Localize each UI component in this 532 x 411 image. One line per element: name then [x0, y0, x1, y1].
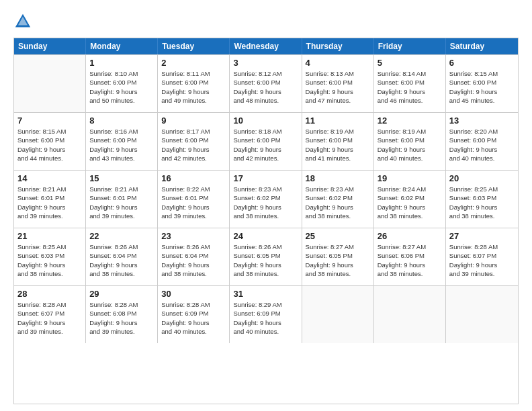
calendar-cell: 26Sunrise: 8:27 AM Sunset: 6:06 PM Dayli…	[374, 228, 446, 285]
day-number: 6	[449, 58, 515, 68]
day-info: Sunrise: 8:22 AM Sunset: 6:01 PM Dayligh…	[161, 185, 226, 220]
day-number: 18	[306, 173, 370, 183]
calendar-cell: 5Sunrise: 8:14 AM Sunset: 6:00 PM Daylig…	[374, 55, 446, 112]
calendar-cell: 21Sunrise: 8:25 AM Sunset: 6:03 PM Dayli…	[14, 228, 86, 285]
calendar-cell: 12Sunrise: 8:19 AM Sunset: 6:00 PM Dayli…	[374, 113, 446, 170]
day-number: 14	[17, 173, 82, 183]
header-day-wednesday: Wednesday	[230, 38, 302, 54]
calendar-cell: 23Sunrise: 8:26 AM Sunset: 6:04 PM Dayli…	[158, 228, 230, 285]
day-number: 13	[449, 116, 515, 126]
day-info: Sunrise: 8:27 AM Sunset: 6:05 PM Dayligh…	[306, 242, 370, 278]
day-info: Sunrise: 8:23 AM Sunset: 6:02 PM Dayligh…	[306, 185, 370, 220]
calendar-cell	[302, 286, 374, 343]
calendar: SundayMondayTuesdayWednesdayThursdayFrid…	[13, 38, 519, 404]
calendar-cell: 10Sunrise: 8:18 AM Sunset: 6:00 PM Dayli…	[230, 113, 302, 170]
day-info: Sunrise: 8:26 AM Sunset: 6:04 PM Dayligh…	[161, 242, 226, 278]
header-day-sunday: Sunday	[14, 38, 86, 54]
day-info: Sunrise: 8:21 AM Sunset: 6:01 PM Dayligh…	[89, 185, 154, 220]
calendar-cell: 24Sunrise: 8:26 AM Sunset: 6:05 PM Dayli…	[230, 228, 302, 285]
calendar-cell: 31Sunrise: 8:29 AM Sunset: 6:09 PM Dayli…	[230, 286, 302, 343]
day-info: Sunrise: 8:17 AM Sunset: 6:00 PM Dayligh…	[161, 127, 226, 163]
day-number: 16	[161, 173, 226, 183]
calendar-cell	[374, 286, 446, 343]
day-number: 19	[378, 173, 442, 183]
day-number: 23	[161, 231, 226, 241]
day-number: 11	[306, 116, 370, 126]
day-number: 31	[233, 289, 298, 299]
week-row-2: 7Sunrise: 8:15 AM Sunset: 6:00 PM Daylig…	[14, 112, 518, 170]
day-number: 20	[449, 173, 515, 183]
day-info: Sunrise: 8:10 AM Sunset: 6:00 PM Dayligh…	[89, 69, 154, 105]
day-info: Sunrise: 8:26 AM Sunset: 6:05 PM Dayligh…	[233, 242, 298, 278]
day-info: Sunrise: 8:15 AM Sunset: 6:00 PM Dayligh…	[449, 69, 515, 105]
day-info: Sunrise: 8:28 AM Sunset: 6:07 PM Dayligh…	[17, 300, 82, 336]
day-info: Sunrise: 8:26 AM Sunset: 6:04 PM Dayligh…	[89, 242, 154, 278]
calendar-cell: 3Sunrise: 8:12 AM Sunset: 6:00 PM Daylig…	[230, 55, 302, 112]
day-number: 4	[306, 58, 370, 68]
calendar-cell: 11Sunrise: 8:19 AM Sunset: 6:00 PM Dayli…	[302, 113, 374, 170]
header-day-saturday: Saturday	[446, 38, 518, 54]
calendar-body: 1Sunrise: 8:10 AM Sunset: 6:00 PM Daylig…	[14, 54, 518, 343]
calendar-cell: 15Sunrise: 8:21 AM Sunset: 6:01 PM Dayli…	[86, 171, 158, 228]
day-number: 5	[378, 58, 442, 68]
day-number: 7	[17, 116, 82, 126]
calendar-cell: 6Sunrise: 8:15 AM Sunset: 6:00 PM Daylig…	[446, 55, 518, 112]
logo-icon	[13, 12, 32, 31]
day-number: 17	[233, 173, 298, 183]
week-row-5: 28Sunrise: 8:28 AM Sunset: 6:07 PM Dayli…	[14, 285, 518, 343]
header-day-tuesday: Tuesday	[158, 38, 230, 54]
calendar-cell: 1Sunrise: 8:10 AM Sunset: 6:00 PM Daylig…	[86, 55, 158, 112]
day-number: 15	[89, 173, 154, 183]
day-info: Sunrise: 8:21 AM Sunset: 6:01 PM Dayligh…	[17, 185, 82, 220]
day-info: Sunrise: 8:23 AM Sunset: 6:02 PM Dayligh…	[233, 185, 298, 220]
calendar-cell: 19Sunrise: 8:24 AM Sunset: 6:02 PM Dayli…	[374, 171, 446, 228]
day-info: Sunrise: 8:27 AM Sunset: 6:06 PM Dayligh…	[378, 242, 442, 278]
day-number: 10	[233, 116, 298, 126]
day-number: 12	[378, 116, 442, 126]
day-info: Sunrise: 8:11 AM Sunset: 6:00 PM Dayligh…	[161, 69, 226, 105]
day-number: 8	[89, 116, 154, 126]
day-number: 30	[161, 289, 226, 299]
header-day-friday: Friday	[374, 38, 446, 54]
page: SundayMondayTuesdayWednesdayThursdayFrid…	[0, 0, 532, 411]
week-row-4: 21Sunrise: 8:25 AM Sunset: 6:03 PM Dayli…	[14, 228, 518, 285]
day-info: Sunrise: 8:24 AM Sunset: 6:02 PM Dayligh…	[378, 185, 442, 220]
day-info: Sunrise: 8:12 AM Sunset: 6:00 PM Dayligh…	[233, 69, 298, 105]
calendar-cell: 29Sunrise: 8:28 AM Sunset: 6:08 PM Dayli…	[86, 286, 158, 343]
calendar-cell: 22Sunrise: 8:26 AM Sunset: 6:04 PM Dayli…	[86, 228, 158, 285]
calendar-cell	[446, 286, 518, 343]
day-info: Sunrise: 8:19 AM Sunset: 6:00 PM Dayligh…	[306, 127, 370, 163]
header	[13, 12, 519, 31]
calendar-cell: 13Sunrise: 8:20 AM Sunset: 6:00 PM Dayli…	[446, 113, 518, 170]
calendar-cell: 9Sunrise: 8:17 AM Sunset: 6:00 PM Daylig…	[158, 113, 230, 170]
day-number: 27	[449, 231, 515, 241]
day-info: Sunrise: 8:16 AM Sunset: 6:00 PM Dayligh…	[89, 127, 154, 163]
calendar-cell: 2Sunrise: 8:11 AM Sunset: 6:00 PM Daylig…	[158, 55, 230, 112]
day-info: Sunrise: 8:13 AM Sunset: 6:00 PM Dayligh…	[306, 69, 370, 105]
calendar-cell: 14Sunrise: 8:21 AM Sunset: 6:01 PM Dayli…	[14, 171, 86, 228]
calendar-cell: 7Sunrise: 8:15 AM Sunset: 6:00 PM Daylig…	[14, 113, 86, 170]
header-day-monday: Monday	[86, 38, 158, 54]
day-info: Sunrise: 8:18 AM Sunset: 6:00 PM Dayligh…	[233, 127, 298, 163]
week-row-1: 1Sunrise: 8:10 AM Sunset: 6:00 PM Daylig…	[14, 54, 518, 112]
day-number: 2	[161, 58, 226, 68]
day-number: 26	[378, 231, 442, 241]
day-number: 29	[89, 289, 154, 299]
day-info: Sunrise: 8:15 AM Sunset: 6:00 PM Dayligh…	[17, 127, 82, 163]
day-info: Sunrise: 8:28 AM Sunset: 6:08 PM Dayligh…	[89, 300, 154, 336]
day-info: Sunrise: 8:25 AM Sunset: 6:03 PM Dayligh…	[17, 242, 82, 278]
calendar-cell: 28Sunrise: 8:28 AM Sunset: 6:07 PM Dayli…	[14, 286, 86, 343]
calendar-cell: 30Sunrise: 8:28 AM Sunset: 6:09 PM Dayli…	[158, 286, 230, 343]
day-number: 28	[17, 289, 82, 299]
day-info: Sunrise: 8:25 AM Sunset: 6:03 PM Dayligh…	[449, 185, 515, 220]
day-info: Sunrise: 8:20 AM Sunset: 6:00 PM Dayligh…	[449, 127, 515, 163]
header-day-thursday: Thursday	[302, 38, 374, 54]
day-info: Sunrise: 8:28 AM Sunset: 6:09 PM Dayligh…	[161, 300, 226, 336]
calendar-cell: 8Sunrise: 8:16 AM Sunset: 6:00 PM Daylig…	[86, 113, 158, 170]
day-number: 24	[233, 231, 298, 241]
calendar-header: SundayMondayTuesdayWednesdayThursdayFrid…	[14, 38, 518, 54]
day-number: 9	[161, 116, 226, 126]
day-info: Sunrise: 8:29 AM Sunset: 6:09 PM Dayligh…	[233, 300, 298, 336]
calendar-cell: 25Sunrise: 8:27 AM Sunset: 6:05 PM Dayli…	[302, 228, 374, 285]
calendar-cell: 18Sunrise: 8:23 AM Sunset: 6:02 PM Dayli…	[302, 171, 374, 228]
